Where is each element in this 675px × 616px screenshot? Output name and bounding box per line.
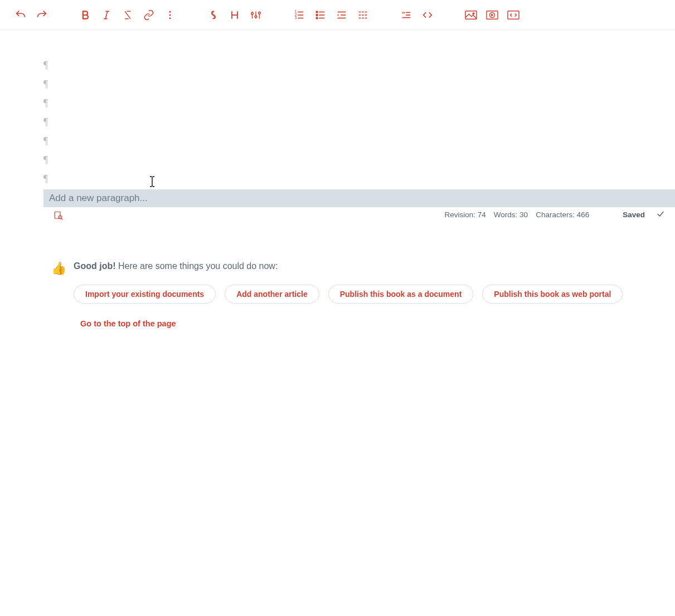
redo-icon (36, 9, 48, 21)
check-icon (656, 209, 665, 218)
more-vertical-icon (164, 9, 176, 21)
more-format-button[interactable] (159, 4, 181, 26)
add-article-button[interactable]: Add another article (225, 285, 319, 304)
svg-text:3: 3 (295, 16, 297, 19)
publish-document-button[interactable]: Publish this book as a document (328, 285, 474, 304)
heading-icon (229, 9, 240, 21)
video-icon (485, 9, 499, 21)
svg-rect-47 (508, 11, 519, 19)
heading-button[interactable] (224, 4, 245, 26)
toolbar-group-heading (203, 4, 266, 26)
revision-stat: Revision: 74 (445, 211, 486, 219)
suggestions-panel: 👍 Good job! Here are some things you cou… (51, 261, 675, 328)
indent-list-button[interactable] (331, 4, 352, 26)
saved-status: Saved (623, 211, 645, 219)
pilcrow-mark: ¶ (43, 113, 675, 131)
pilcrow-mark: ¶ (43, 131, 675, 150)
svg-point-43 (473, 12, 474, 14)
pilcrow-mark: ¶ (43, 56, 675, 75)
pilcrow-mark: ¶ (43, 75, 675, 94)
bold-icon (80, 9, 91, 21)
pilcrow-mark: ¶ (43, 94, 675, 113)
svg-point-24 (316, 11, 318, 13)
svg-point-5 (169, 17, 171, 19)
code-icon (421, 9, 434, 21)
section-button[interactable] (203, 4, 224, 26)
go-to-top-link[interactable]: Go to the top of the page (80, 319, 675, 328)
image-button[interactable] (460, 4, 482, 26)
svg-rect-42 (465, 11, 477, 19)
strikethrough-icon (122, 9, 133, 21)
bold-button[interactable] (75, 4, 96, 26)
import-documents-button[interactable]: Import your existing documents (74, 285, 216, 304)
video-button[interactable] (482, 4, 503, 26)
svg-point-13 (255, 15, 257, 17)
svg-marker-46 (491, 13, 494, 16)
undo-button[interactable] (10, 4, 31, 26)
svg-point-14 (259, 12, 261, 14)
table-button[interactable] (352, 4, 373, 26)
list-grid-icon (357, 9, 369, 21)
list-unordered-icon (314, 9, 327, 21)
publish-web-portal-button[interactable]: Publish this book as web portal (482, 285, 623, 304)
new-paragraph-input[interactable]: Add a new paragraph... (43, 189, 675, 207)
quote-button[interactable] (396, 4, 417, 26)
italic-icon (101, 9, 112, 21)
svg-rect-48 (55, 212, 60, 218)
svg-point-4 (169, 14, 171, 16)
suggestion-message: Good job! Here are some things you could… (74, 261, 675, 271)
suggestion-actions: Import your existing documents Add anoth… (74, 285, 675, 304)
find-replace-button[interactable] (54, 211, 64, 222)
svg-line-50 (61, 218, 62, 219)
heading-settings-button[interactable] (245, 4, 266, 26)
toolbar-group-insert (396, 4, 438, 26)
link-button[interactable] (138, 4, 159, 26)
paragraph-marks: ¶ ¶ ¶ ¶ ¶ ¶ ¶ (43, 56, 675, 188)
clear-format-button[interactable] (117, 4, 138, 26)
embed-icon (507, 9, 520, 21)
list-ordered-icon: 123 (293, 9, 305, 21)
toolbar-group-media (460, 4, 524, 26)
italic-button[interactable] (96, 4, 117, 26)
toolbar-group-format (75, 4, 181, 26)
link-icon (143, 9, 154, 21)
unordered-list-button[interactable] (310, 4, 331, 26)
embed-button[interactable] (503, 4, 524, 26)
pilcrow-mark: ¶ (43, 150, 675, 169)
editor-canvas[interactable]: ¶ ¶ ¶ ¶ ¶ ¶ ¶ Add a new paragraph... (0, 30, 675, 207)
heading-settings-icon (250, 9, 262, 21)
svg-point-26 (316, 17, 318, 19)
svg-point-25 (316, 14, 318, 16)
status-bar: Revision: 74 Words: 30 Characters: 466 S… (0, 207, 675, 222)
words-stat: Words: 30 (494, 211, 528, 219)
svg-point-3 (169, 11, 171, 12)
thumbs-up-icon: 👍 (51, 261, 66, 276)
section-icon (208, 9, 219, 21)
characters-stat: Characters: 466 (536, 211, 589, 219)
code-button[interactable] (417, 4, 438, 26)
toolbar-group-list: 123 (289, 4, 373, 26)
image-icon (464, 9, 478, 21)
redo-button[interactable] (31, 4, 52, 26)
ordered-list-button[interactable]: 123 (289, 4, 310, 26)
quote-icon (400, 9, 412, 21)
svg-line-2 (105, 11, 107, 18)
pilcrow-mark: ¶ (43, 169, 675, 188)
undo-icon (14, 9, 27, 21)
list-indent-icon (336, 9, 348, 21)
editor-toolbar: 123 (0, 0, 675, 30)
search-page-icon (54, 211, 64, 221)
svg-point-12 (251, 12, 254, 14)
toolbar-group-history (10, 4, 52, 26)
saved-check-icon (656, 209, 665, 220)
